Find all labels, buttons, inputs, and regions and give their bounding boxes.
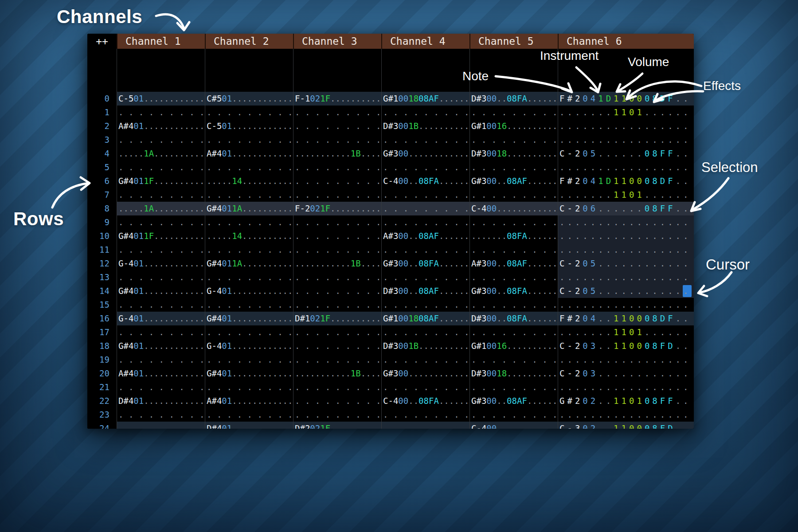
pattern-cell-ch5[interactable]: . . . . . . . . . [469,270,558,284]
pattern-cell-ch5[interactable]: . . . . . . . . . [469,408,558,422]
pattern-cell-ch2[interactable]: . . . . . . . . . [205,160,293,174]
pattern-cell-ch1[interactable]: . . . . . . . . . [117,133,205,147]
pattern-cell-ch5[interactable]: A#300..08AF...... [469,257,558,270]
pattern-cell-ch6[interactable]: ................. [558,243,694,257]
pattern-cell-ch2[interactable]: . . . . . . . . . [205,188,293,202]
pattern-cell-ch1[interactable]: G-401............ [117,312,205,325]
pattern-cell-ch4[interactable]: . . . . . . . . . [381,380,469,394]
add-channel-button[interactable]: ++ [87,34,117,49]
pattern-cell-ch5[interactable]: . . . . . . . . . [469,133,558,147]
pattern-cell-ch5[interactable]: . . . . . . . . . [469,380,558,394]
pattern-cell-ch4[interactable]: D#3001B.......... [381,119,469,133]
pattern-cell-ch3[interactable]: . . . . . . . . . [293,174,381,188]
pattern-cell-ch2[interactable]: . . . . . . . . . [205,106,293,119]
pattern-cell-ch3[interactable]: . . . . . . . . . [293,408,381,422]
pattern-cell-ch2[interactable]: G#4011A.......... [205,202,293,215]
pattern-cell-ch4[interactable]: . . . . . . . . . [381,133,469,147]
pattern-cell-ch1[interactable]: D#401............ [117,394,205,408]
pattern-cell-ch2[interactable]: G#4011A.......... [205,257,293,270]
pattern-cell-ch3[interactable]: ...........1B.... [293,257,381,270]
pattern-cell-ch6[interactable]: ................. [558,298,694,312]
pattern-cell-ch5[interactable]: C-400............ [469,422,558,429]
pattern-cell-ch5[interactable]: . . . . . . . . . [469,298,558,312]
pattern-cell-ch4[interactable]: C-400..08FA...... [381,394,469,408]
pattern-cell-ch6[interactable]: ................. [558,229,694,243]
pattern-cell-ch3[interactable]: . . . . . . . . . [293,339,381,353]
pattern-cell-ch5[interactable]: .......08FA...... [469,229,558,243]
pattern-cell-ch6[interactable]: C-205............ [558,257,694,270]
pattern-cell-ch4[interactable]: . . . . . . . . . [381,215,469,229]
pattern-cell-ch6[interactable]: ................. [558,119,694,133]
pattern-cell-ch6[interactable]: ................. [558,160,694,174]
pattern-cell-ch4[interactable]: . . . . . . . . . [381,188,469,202]
pattern-cell-ch5[interactable]: G#300..08FA...... [469,284,558,298]
pattern-cell-ch2[interactable]: D#401............ [205,422,293,429]
pattern-cell-ch3[interactable]: . . . . . . . . . [293,325,381,339]
pattern-cell-ch5[interactable]: D#300..08FA...... [469,92,558,106]
pattern-cell-ch5[interactable]: G#300..08AF...... [469,394,558,408]
pattern-cell-ch1[interactable]: G#4011F.......... [117,229,205,243]
pattern-cell-ch1[interactable]: G#401............ [117,339,205,353]
pattern-cell-ch3[interactable]: . . . . . . . . . [293,119,381,133]
channel-header-4[interactable]: Channel 4 [381,34,469,49]
pattern-cell-ch5[interactable]: D#30018.......... [469,147,558,160]
pattern-cell-ch6[interactable]: .......1101...... [558,106,694,119]
channel-header-5[interactable]: Channel 5 [469,34,558,49]
pattern-cell-ch2[interactable]: . . . . . . . . . [205,380,293,394]
pattern-cell-ch3[interactable]: . . . . . . . . . [293,394,381,408]
pattern-cell-ch1[interactable]: . . . . . . . . . [117,106,205,119]
pattern-cell-ch1[interactable]: . . . . . . . . . [117,353,205,367]
pattern-cell-ch2[interactable]: . . . . . . . . . [205,298,293,312]
pattern-cell-ch5[interactable]: . . . . . . . . . [469,160,558,174]
pattern-cell-ch2[interactable]: . . . . . . . . . [205,353,293,367]
pattern-cell-ch4[interactable]: . . . . . . . . . [381,270,469,284]
pattern-cell-ch1[interactable]: . . . . . . . . . [117,380,205,394]
pattern-cell-ch2[interactable]: G#401............ [205,312,293,325]
pattern-cell-ch3[interactable]: F-2021F.......... [293,202,381,215]
pattern-cell-ch6[interactable]: ................. [558,133,694,147]
pattern-cell-ch3[interactable]: . . . . . . . . . [293,298,381,312]
pattern-cell-ch4[interactable]: . . . . . . . . . [381,106,469,119]
pattern-cell-ch2[interactable]: G#401............ [205,367,293,380]
pattern-cell-ch4[interactable]: . . . . . . . . . [381,202,469,215]
pattern-cell-ch6[interactable]: C-205............ [558,284,694,298]
pattern-cell-ch6[interactable]: G#202..110108FF.. [558,394,694,408]
pattern-cell-ch6[interactable]: C-203............ [558,367,694,380]
pattern-cell-ch6[interactable]: C-203..110008FD.. [558,339,694,353]
pattern-cell-ch5[interactable]: G#300..08AF...... [469,174,558,188]
pattern-cell-ch2[interactable]: G-401............ [205,339,293,353]
pattern-cell-ch1[interactable]: . . . . . . . . . [117,408,205,422]
pattern-cell-ch4[interactable]: . . . . . . . . . [381,408,469,422]
pattern-cell-ch2[interactable]: A#401............ [205,147,293,160]
pattern-cell-ch4[interactable]: . . . . . . . . . [381,422,469,429]
pattern-cell-ch1[interactable]: A#401............ [117,367,205,380]
pattern-cell-ch1[interactable]: . . . . . . . . . [117,325,205,339]
pattern-cell-ch5[interactable]: . . . . . . . . . [469,243,558,257]
pattern-cell-ch1[interactable]: .....1A.......... [117,202,205,215]
pattern-cell-ch4[interactable]: C-400..08FA...... [381,174,469,188]
pattern-cell-ch3[interactable]: ...........1B.... [293,147,381,160]
pattern-cell-ch6[interactable]: C-206......08FF.. [558,202,694,215]
pattern-cell-ch1[interactable]: . . . . . . . . . [117,270,205,284]
pattern-cell-ch6[interactable]: ................. [558,380,694,394]
pattern-cell-ch3[interactable]: . . . . . . . . . [293,188,381,202]
pattern-cell-ch4[interactable]: . . . . . . . . . [381,325,469,339]
pattern-cell-ch1[interactable]: C-501............ [117,92,205,106]
pattern-cell-ch6[interactable]: C-302..110008FD.. [558,422,694,429]
pattern-cell-ch5[interactable]: D#30018.......... [469,367,558,380]
pattern-cell-ch6[interactable]: C-205......08FF.. [558,147,694,160]
pattern-cell-ch4[interactable]: G#300..08FA...... [381,257,469,270]
pattern-cell-ch5[interactable]: . . . . . . . . . [469,215,558,229]
pattern-cell-ch4[interactable]: D#300..08AF...... [381,284,469,298]
pattern-cell-ch1[interactable]: . . . . . . . . . [117,422,205,429]
pattern-cell-ch1[interactable]: G-401............ [117,257,205,270]
pattern-cell-ch4[interactable]: G#1001808AF...... [381,92,469,106]
pattern-cell-ch2[interactable]: . . . . . . . . . [205,133,293,147]
pattern-cell-ch2[interactable]: A#401............ [205,394,293,408]
pattern-cell-ch4[interactable]: . . . . . . . . . [381,243,469,257]
pattern-cell-ch2[interactable]: . . . . . . . . . [205,215,293,229]
pattern-cell-ch3[interactable]: . . . . . . . . . [293,380,381,394]
channel-header-3[interactable]: Channel 3 [293,34,381,49]
pattern-cell-ch2[interactable]: . . . . . . . . . [205,270,293,284]
pattern-cell-ch3[interactable]: . . . . . . . . . [293,160,381,174]
